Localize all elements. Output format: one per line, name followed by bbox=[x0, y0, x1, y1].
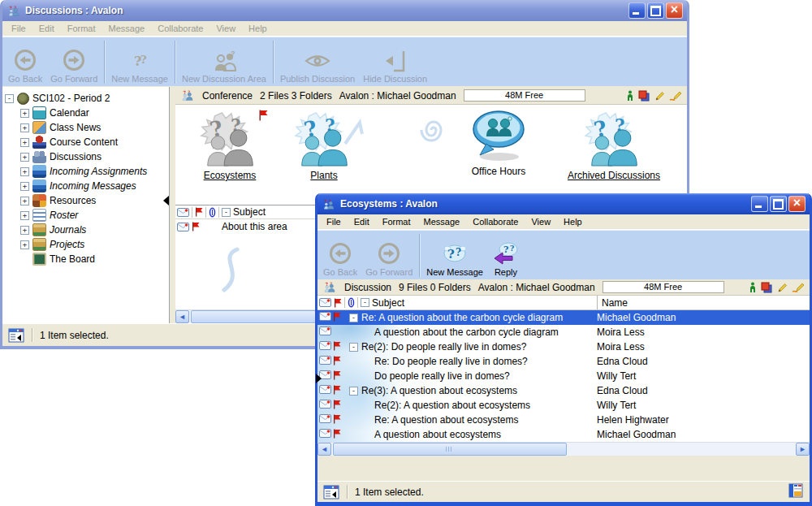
tree-item[interactable]: Course Content bbox=[2, 135, 169, 149]
collapse-all-icon[interactable] bbox=[222, 208, 231, 217]
panel-toggle-icon[interactable] bbox=[8, 327, 24, 344]
message-row[interactable]: Re: Do people really live in domes? Edna… bbox=[317, 354, 810, 369]
expand-icon[interactable] bbox=[20, 211, 29, 220]
tree-item[interactable]: Resources bbox=[2, 193, 169, 208]
menu-item[interactable]: Collaborate bbox=[466, 215, 525, 228]
collapse-thread-icon[interactable] bbox=[349, 343, 358, 352]
menu-item[interactable]: File bbox=[320, 215, 348, 228]
new-discussion-area-button[interactable]: ? New Discussion Area bbox=[178, 40, 270, 84]
collapse-thread-icon[interactable] bbox=[349, 387, 358, 396]
expand-icon[interactable] bbox=[20, 240, 29, 249]
discussions-app-icon: ? ? bbox=[6, 3, 21, 19]
tree-item[interactable]: Class News bbox=[2, 120, 169, 135]
tree-item-label: Class News bbox=[50, 122, 101, 133]
split-view-icon[interactable] bbox=[788, 482, 804, 499]
collapse-all-icon[interactable] bbox=[361, 298, 369, 307]
layers-icon[interactable] bbox=[761, 282, 772, 293]
maximize-button[interactable] bbox=[647, 2, 664, 19]
menu-item[interactable]: File bbox=[5, 22, 32, 35]
menu-item[interactable]: Edit bbox=[32, 22, 61, 35]
menu-item[interactable]: Message bbox=[102, 22, 152, 35]
message-row[interactable]: Re(2): A question about ecosystems Willy… bbox=[317, 398, 810, 413]
tree-item[interactable]: Calendar bbox=[2, 106, 169, 120]
name-column-label[interactable]: Name bbox=[597, 296, 628, 309]
edit-pencil-icon[interactable] bbox=[654, 90, 665, 102]
scroll-thumb[interactable] bbox=[333, 443, 567, 456]
tree-item[interactable]: Roster bbox=[2, 208, 169, 223]
message-author: Michael Goodman bbox=[597, 429, 676, 440]
scroll-right-arrow[interactable]: ► bbox=[796, 443, 810, 456]
expand-icon[interactable] bbox=[20, 153, 29, 162]
expand-icon[interactable] bbox=[20, 109, 29, 118]
expand-icon[interactable] bbox=[20, 123, 29, 132]
new-message-button[interactable]: ?? New Message bbox=[107, 40, 172, 84]
close-button[interactable] bbox=[788, 196, 806, 212]
reply-button[interactable]: ?? Reply bbox=[487, 233, 525, 278]
tree-item[interactable]: Incoming Messages bbox=[2, 179, 169, 193]
message-row[interactable]: A question about the carbon cycle diagra… bbox=[317, 325, 810, 339]
menu-item[interactable]: View bbox=[525, 215, 557, 228]
message-row[interactable]: Do people really live in domes? Willy Te… bbox=[317, 369, 810, 383]
tree-item[interactable]: Journals bbox=[2, 223, 169, 237]
collapse-tree-arrow-icon[interactable] bbox=[163, 196, 169, 205]
tree-item[interactable]: Discussions bbox=[2, 149, 169, 164]
collapse-thread-icon[interactable] bbox=[349, 314, 358, 322]
expand-icon[interactable] bbox=[20, 167, 29, 176]
new-message-button[interactable]: ?? New Message bbox=[422, 233, 487, 278]
desktop-item-archived-discussions[interactable]: ? ? Archived Discussions bbox=[542, 108, 685, 181]
tree-item[interactable]: Incoming Assignments bbox=[2, 164, 169, 179]
minimize-button[interactable] bbox=[751, 196, 768, 212]
message-subject: Re: Do people really live in domes? bbox=[374, 356, 528, 367]
message-row[interactable]: Re(3): A question about ecosystems Edna … bbox=[317, 383, 810, 398]
message-row[interactable]: Re: A question about the carbon cycle di… bbox=[317, 310, 810, 325]
menu-item[interactable]: Format bbox=[61, 22, 102, 35]
close-button[interactable] bbox=[666, 2, 683, 19]
signature-pen-icon[interactable] bbox=[792, 282, 805, 293]
menu-item[interactable]: Help bbox=[242, 22, 274, 35]
horizontal-scrollbar[interactable]: ◄ ► bbox=[317, 442, 810, 456]
go-forward-button[interactable]: Go Forward bbox=[361, 233, 417, 278]
message-row[interactable]: A question about ecosystems Michael Good… bbox=[317, 427, 810, 442]
minimize-button[interactable] bbox=[628, 2, 646, 19]
desktop-item-ecosystems[interactable]: ? ? Ecosystems bbox=[177, 108, 283, 181]
expand-icon[interactable] bbox=[20, 182, 29, 191]
publish-discussion-button[interactable]: Publish Discussion bbox=[276, 40, 359, 84]
panel-toggle-icon[interactable] bbox=[323, 484, 339, 500]
menu-item[interactable]: Message bbox=[417, 215, 467, 228]
title-bar[interactable]: ? ? Discussions : Avalon bbox=[2, 0, 687, 21]
menu-item[interactable]: View bbox=[209, 22, 242, 35]
go-back-button[interactable]: Go Back bbox=[319, 233, 361, 278]
edit-pencil-icon[interactable] bbox=[776, 282, 788, 293]
tree-item[interactable]: The Board bbox=[2, 252, 169, 266]
menu-item[interactable]: Format bbox=[376, 215, 417, 228]
message-author: Edna Cloud bbox=[597, 385, 648, 396]
user-presence-icon[interactable] bbox=[749, 282, 757, 293]
menu-item[interactable]: Edit bbox=[348, 215, 376, 228]
expand-icon[interactable] bbox=[20, 226, 29, 235]
expand-icon[interactable] bbox=[20, 197, 29, 205]
title-bar[interactable]: ? ? Ecosystems : Avalon bbox=[317, 193, 810, 214]
message-row[interactable]: Re: A question about ecosystems Helen Hi… bbox=[317, 413, 810, 427]
go-back-button[interactable]: Go Back bbox=[4, 40, 46, 84]
message-row[interactable]: Re(2): Do people really live in domes? M… bbox=[317, 339, 810, 354]
menu-item[interactable]: Help bbox=[557, 215, 589, 228]
collapse-icon[interactable] bbox=[5, 94, 14, 103]
subject-column-label: Subject bbox=[372, 297, 404, 309]
tree-root[interactable]: SCI102 - Period 2 bbox=[2, 91, 169, 106]
go-forward-button[interactable]: Go Forward bbox=[46, 40, 102, 84]
desktop-item-office-hours[interactable]: Office Hours bbox=[442, 108, 555, 177]
message-list-header[interactable]: Subject Name bbox=[317, 296, 810, 310]
expand-pane-arrow-icon[interactable] bbox=[316, 374, 322, 383]
expand-icon[interactable] bbox=[20, 138, 29, 147]
tree-item[interactable]: Projects bbox=[2, 237, 169, 252]
desktop-item-plants[interactable]: ? ? Plants bbox=[271, 108, 377, 181]
signature-pen-icon[interactable] bbox=[669, 90, 682, 102]
menu-item[interactable]: Collaborate bbox=[151, 22, 209, 35]
layers-icon[interactable] bbox=[638, 90, 650, 102]
svg-text:?: ? bbox=[140, 54, 147, 66]
scroll-left-arrow[interactable]: ◄ bbox=[317, 443, 331, 456]
maximize-button[interactable] bbox=[770, 196, 787, 212]
hide-discussion-button[interactable]: Hide Discussion bbox=[359, 40, 431, 84]
scroll-left-arrow[interactable]: ◄ bbox=[175, 310, 189, 323]
user-presence-icon[interactable] bbox=[626, 90, 634, 102]
